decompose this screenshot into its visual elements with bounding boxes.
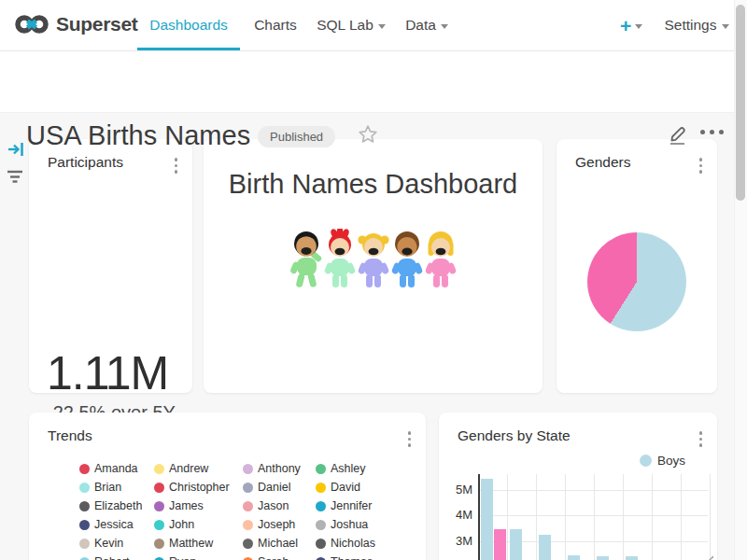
legend-dot bbox=[243, 483, 253, 493]
gridline bbox=[652, 474, 653, 560]
legend-item[interactable]: Jessica bbox=[79, 515, 154, 534]
children-illustration bbox=[290, 229, 457, 296]
legend-label: Boys bbox=[657, 454, 685, 468]
legend-dot bbox=[316, 520, 326, 530]
legend-item[interactable]: Kevin bbox=[79, 534, 154, 553]
legend-dot bbox=[316, 501, 326, 511]
legend-label: Jason bbox=[258, 499, 289, 512]
new-item-button[interactable]: + bbox=[620, 0, 642, 50]
legend-item-boys[interactable]: Boys bbox=[640, 454, 685, 468]
trends-card: Trends AmandaAndrewAnthonyAshleyBrianChr… bbox=[29, 413, 426, 560]
page-scrollbar-thumb[interactable] bbox=[736, 5, 745, 201]
nav-tab-dashboards[interactable]: Dashboards bbox=[137, 0, 240, 50]
published-badge[interactable]: Published bbox=[258, 126, 335, 147]
y-axis-tick-label: 5M bbox=[439, 483, 472, 497]
legend-item[interactable]: Brian bbox=[79, 478, 154, 497]
caret-down-icon bbox=[722, 24, 729, 29]
brand-name: Superset bbox=[56, 13, 137, 35]
kebab-menu-icon[interactable] bbox=[698, 429, 705, 449]
genders-pie-chart[interactable] bbox=[587, 232, 686, 331]
legend-item[interactable]: Michael bbox=[243, 534, 316, 553]
participants-card: Participants 1.11M -22.5% over 5Y bbox=[29, 139, 192, 393]
nav-menu-data[interactable]: Data bbox=[400, 0, 454, 50]
nav-tab-charts[interactable]: Charts bbox=[245, 0, 306, 50]
expand-filter-bar-icon[interactable] bbox=[7, 140, 26, 162]
bar-OH-Boys[interactable] bbox=[568, 555, 580, 560]
legend-item[interactable]: Jason bbox=[243, 497, 316, 515]
legend-dot bbox=[243, 539, 253, 549]
superset-infinity-icon bbox=[15, 11, 49, 37]
legend-item[interactable]: Amanda bbox=[79, 459, 154, 478]
legend-item[interactable]: Nicholas bbox=[316, 534, 418, 553]
filter-funnel-icon[interactable] bbox=[7, 168, 25, 190]
bar-PA-Boys[interactable] bbox=[626, 556, 638, 560]
legend-dot bbox=[79, 464, 90, 474]
y-axis-tick-label: 4M bbox=[439, 508, 472, 522]
legend-item[interactable]: Joseph bbox=[243, 515, 316, 534]
legend-item[interactable]: Daniel bbox=[243, 478, 316, 497]
bar-CA-Boys[interactable] bbox=[481, 479, 493, 560]
legend-label: Christopher bbox=[169, 481, 230, 494]
y-axis-tick-label: 3M bbox=[439, 534, 472, 548]
legend-item[interactable]: Sarah bbox=[243, 553, 316, 560]
kebab-menu-icon[interactable] bbox=[698, 156, 705, 175]
edit-pencil-icon[interactable] bbox=[665, 120, 691, 150]
legend-label: Jennifer bbox=[331, 499, 372, 512]
gridline bbox=[681, 474, 682, 560]
legend-item[interactable]: Jennifer bbox=[316, 497, 418, 515]
legend-dot bbox=[154, 539, 164, 549]
legend-label: Elizabeth bbox=[94, 499, 142, 512]
legend-label: Sarah bbox=[258, 555, 289, 560]
legend-item[interactable]: Joshua bbox=[316, 515, 418, 534]
legend-item[interactable]: Ashley bbox=[316, 459, 418, 478]
y-axis-line bbox=[478, 474, 480, 560]
legend-label: Thomas bbox=[331, 555, 373, 560]
nav-menu-label: SQL Lab bbox=[317, 17, 374, 34]
kid-green bbox=[290, 231, 323, 288]
top-nav-bar: Superset Dashboards Charts SQL Lab Data … bbox=[0, 0, 747, 51]
legend-item[interactable]: John bbox=[154, 515, 243, 534]
legend-item[interactable]: Robert bbox=[79, 553, 154, 560]
nav-menu-sql-lab[interactable]: SQL Lab bbox=[314, 0, 388, 50]
legend-item[interactable]: Christopher bbox=[154, 478, 243, 497]
legend-item[interactable]: Andrew bbox=[154, 459, 243, 478]
legend-label: Anthony bbox=[258, 462, 301, 475]
legend-item[interactable]: Thomas bbox=[316, 553, 418, 560]
legend-dot bbox=[640, 455, 652, 467]
legend-label: Michael bbox=[258, 537, 298, 550]
legend-item[interactable]: James bbox=[154, 497, 243, 515]
caret-down-icon bbox=[635, 24, 642, 29]
big-number-value: 1.11M bbox=[47, 346, 168, 400]
page-scrollbar-track[interactable] bbox=[734, 0, 747, 560]
legend-dot bbox=[154, 483, 164, 493]
legend-item[interactable]: Anthony bbox=[243, 459, 316, 478]
state-bar-chart-plot[interactable]: 5M4M3M bbox=[439, 474, 715, 560]
legend-dot bbox=[154, 464, 164, 474]
legend-item[interactable]: David bbox=[316, 478, 418, 497]
bar-IL-Boys[interactable] bbox=[597, 556, 609, 560]
kebab-menu-icon[interactable] bbox=[406, 429, 414, 449]
resize-handle-icon[interactable] bbox=[698, 553, 713, 560]
legend-label: Amanda bbox=[94, 462, 138, 475]
legend-label: Ryan bbox=[169, 555, 196, 560]
settings-menu[interactable]: Settings bbox=[659, 0, 734, 50]
bar-TX-Boys[interactable] bbox=[510, 529, 522, 560]
superset-logo[interactable]: Superset bbox=[15, 11, 137, 37]
kid-mint bbox=[323, 229, 355, 287]
legend-item[interactable]: Matthew bbox=[154, 534, 243, 553]
ellipsis-menu-icon[interactable] bbox=[700, 130, 724, 134]
bar-NY-Boys[interactable] bbox=[539, 535, 551, 560]
favorite-star-icon[interactable] bbox=[357, 123, 379, 149]
active-tab-underline bbox=[137, 48, 240, 50]
legend-label: Brian bbox=[94, 481, 121, 494]
legend-item[interactable]: Ryan bbox=[154, 553, 243, 560]
gridline bbox=[478, 490, 708, 491]
dashboard-title: USA Births Names bbox=[26, 120, 250, 151]
legend-label: Andrew bbox=[169, 462, 208, 475]
kebab-menu-icon[interactable] bbox=[173, 156, 180, 175]
bar-CA-Girls[interactable] bbox=[494, 529, 506, 560]
legend-item[interactable]: Elizabeth bbox=[79, 497, 154, 515]
nav-tab-label: Dashboards bbox=[149, 17, 228, 34]
gridline bbox=[536, 474, 537, 560]
legend-dot bbox=[79, 483, 90, 493]
